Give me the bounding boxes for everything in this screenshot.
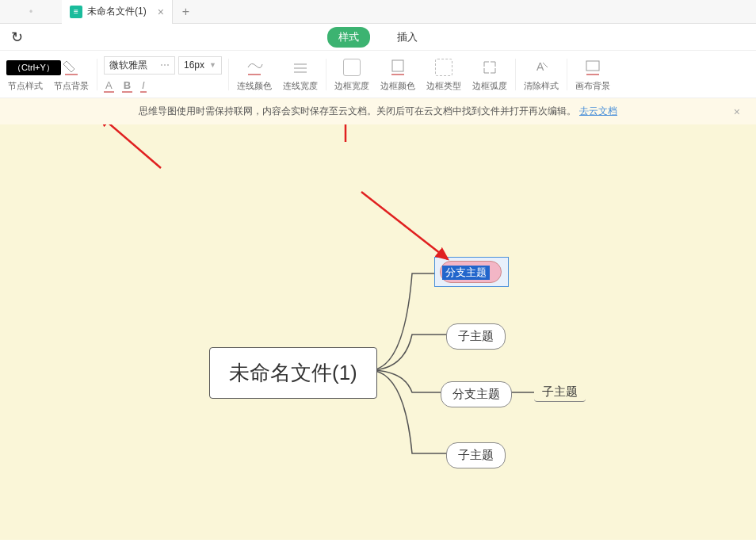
titlebar: • ≡ 未命名文件(1) × + xyxy=(0,0,756,24)
root-node[interactable]: 未命名文件(1) xyxy=(209,347,377,399)
font-color-button[interactable]: A xyxy=(104,79,114,93)
line-width-button[interactable]: 连线宽度 xyxy=(278,51,323,98)
border-color-button[interactable]: 边框颜色 xyxy=(376,51,420,98)
dropdown-icon: ⋯ xyxy=(160,59,170,71)
border-radius-icon xyxy=(480,58,499,77)
svg-rect-4 xyxy=(391,74,404,75)
mindmap-connectors xyxy=(0,124,756,540)
svg-line-8 xyxy=(99,124,161,168)
menu-insert[interactable]: 插入 xyxy=(386,27,429,48)
chevron-down-icon: ▼ xyxy=(209,61,216,69)
tab-title: 未命名文件(1) xyxy=(87,5,147,18)
branch-node-selected[interactable]: 分支主题 xyxy=(442,266,490,280)
line-width-icon xyxy=(291,58,310,77)
border-type-button[interactable]: 边框类型 xyxy=(422,51,466,98)
canvas-bg-button[interactable]: 画布背景 xyxy=(571,51,615,98)
menu-style[interactable]: 样式 xyxy=(327,27,370,48)
line-color-button[interactable]: 连线颜色 xyxy=(232,51,277,98)
redo-button[interactable]: ↻ xyxy=(0,29,34,46)
svg-rect-3 xyxy=(392,60,403,71)
child-node-2[interactable]: 子主题 xyxy=(446,442,506,468)
app-icon: ≡ xyxy=(70,6,82,18)
notice-text: 思维导图使用时需保持联网，内容会实时保存至云文档。关闭后可在云文档中找到文件并打… xyxy=(139,105,576,118)
font-family-select[interactable]: 微软雅黑 ⋯ xyxy=(104,56,175,75)
menubar: ↻ 样式 插入 xyxy=(0,24,756,51)
clear-style-icon: A xyxy=(532,58,551,77)
border-type-icon xyxy=(435,59,452,76)
paint-icon xyxy=(62,58,81,77)
notice-link[interactable]: 去云文档 xyxy=(579,105,617,118)
mindmap-canvas[interactable]: 未命名文件(1) 分支主题 子主题 分支主题 子主题 子主题 xyxy=(0,124,756,540)
svg-rect-1 xyxy=(65,74,78,75)
prev-tab-slot: • xyxy=(0,6,62,17)
notice-close-icon[interactable]: × xyxy=(734,105,740,118)
svg-line-10 xyxy=(361,192,448,259)
leaf-node-1[interactable]: 子主题 xyxy=(534,383,586,402)
annotation-arrows xyxy=(0,124,756,540)
font-size-select[interactable]: 16px ▼ xyxy=(178,56,222,75)
svg-rect-7 xyxy=(586,74,599,75)
tooltip-redo-shortcut: （Ctrl+Y） xyxy=(6,60,61,75)
border-width-button[interactable]: 边框宽度 xyxy=(330,51,374,98)
clear-style-button[interactable]: A 清除样式 xyxy=(519,51,563,98)
toolbar: 节点样式 节点背景 微软雅黑 ⋯ 16px ▼ A B I 连线颜色 连线宽度 xyxy=(0,51,756,98)
document-tab[interactable]: ≡ 未命名文件(1) × xyxy=(62,0,173,24)
notice-bar: 思维导图使用时需保持联网，内容会实时保存至云文档。关闭后可在云文档中找到文件并打… xyxy=(0,98,756,124)
add-tab-button[interactable]: + xyxy=(173,5,199,19)
border-color-icon xyxy=(388,58,407,77)
close-tab-icon[interactable]: × xyxy=(158,6,164,18)
line-color-icon xyxy=(245,58,264,77)
canvas-bg-icon xyxy=(583,58,602,77)
svg-text:A: A xyxy=(536,60,544,73)
border-width-icon xyxy=(343,59,361,76)
svg-rect-2 xyxy=(248,74,261,75)
bold-button[interactable]: B xyxy=(122,79,132,93)
italic-button[interactable]: I xyxy=(140,79,147,93)
svg-rect-6 xyxy=(586,61,599,71)
branch-node-2[interactable]: 分支主题 xyxy=(441,381,512,407)
child-node-1[interactable]: 子主题 xyxy=(446,323,506,350)
border-radius-button[interactable]: 边框弧度 xyxy=(468,51,512,98)
